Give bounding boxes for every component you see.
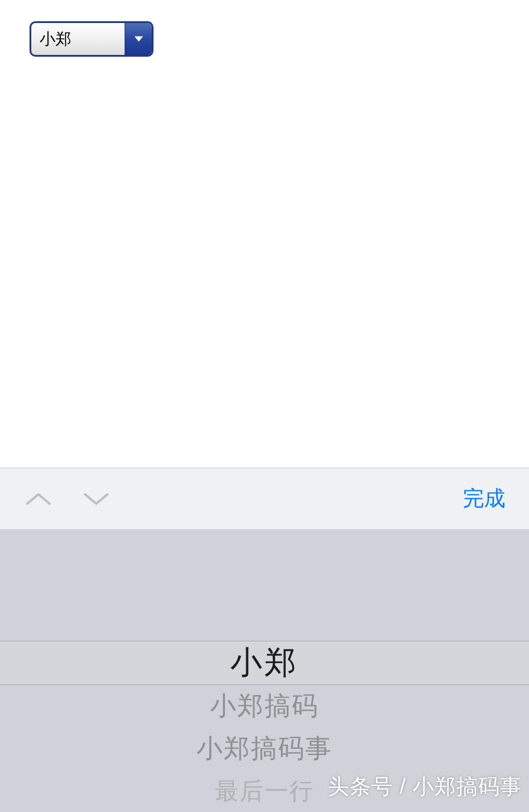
picker-wheel[interactable]: 小郑 小郑搞码 小郑搞码事 最后一行 (0, 529, 529, 812)
content-area: 小郑 (0, 0, 529, 57)
select-value: 小郑 (31, 23, 125, 55)
chevron-down-icon (83, 491, 110, 507)
picker-rows: 小郑 小郑搞码 小郑搞码事 最后一行 (0, 529, 529, 812)
select-dropdown[interactable]: 小郑 (30, 21, 154, 57)
picker-option[interactable]: 小郑搞码 (0, 685, 529, 728)
next-field-button[interactable] (81, 484, 111, 514)
chevron-up-icon (25, 491, 52, 507)
chevron-down-icon (125, 23, 152, 55)
svg-marker-0 (134, 37, 142, 42)
picker-option-selected[interactable]: 小郑 (0, 641, 529, 685)
input-accessory-toolbar: 完成 (0, 468, 529, 529)
done-button[interactable]: 完成 (463, 484, 505, 513)
toolbar-nav (24, 484, 111, 514)
prev-field-button[interactable] (24, 484, 53, 514)
watermark-text: 头条号 / 小郑搞码事 (328, 772, 522, 801)
picker-option[interactable]: 小郑搞码事 (0, 727, 529, 769)
picker-spacer (0, 529, 529, 641)
